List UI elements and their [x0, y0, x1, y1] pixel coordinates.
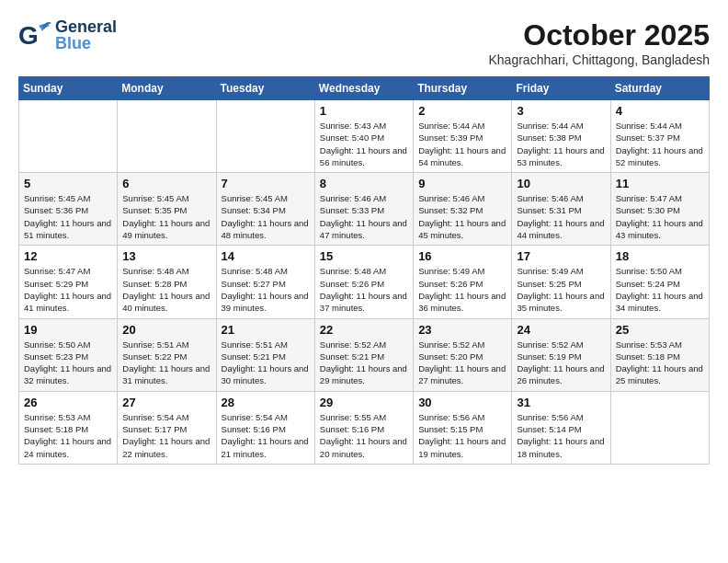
calendar-cell: 5 Sunrise: 5:45 AMSunset: 5:36 PMDayligh… — [19, 173, 118, 246]
day-info: Sunrise: 5:52 AMSunset: 5:21 PMDaylight:… — [320, 339, 408, 387]
day-number: 12 — [24, 249, 112, 263]
calendar-cell: 15 Sunrise: 5:48 AMSunset: 5:26 PMDaylig… — [314, 246, 413, 318]
calendar-cell: 20 Sunrise: 5:51 AMSunset: 5:22 PMDaylig… — [118, 318, 216, 391]
calendar-cell: 17 Sunrise: 5:49 AMSunset: 5:25 PMDaylig… — [512, 246, 610, 318]
header-saturday: Saturday — [610, 77, 709, 100]
day-info: Sunrise: 5:51 AMSunset: 5:21 PMDaylight:… — [222, 339, 310, 387]
day-info: Sunrise: 5:50 AMSunset: 5:24 PMDaylight:… — [616, 265, 704, 314]
calendar-cell: 2 Sunrise: 5:44 AMSunset: 5:39 PMDayligh… — [414, 100, 512, 173]
day-info: Sunrise: 5:49 AMSunset: 5:25 PMDaylight:… — [517, 265, 605, 314]
day-number: 1 — [320, 104, 408, 118]
day-number: 4 — [616, 104, 704, 118]
day-info: Sunrise: 5:51 AMSunset: 5:22 PMDaylight:… — [122, 339, 210, 387]
title-area: October 2025 Khagrachhari, Chittagong, B… — [488, 18, 710, 67]
calendar-cell — [19, 100, 118, 173]
day-info: Sunrise: 5:56 AMSunset: 5:14 PMDaylight:… — [517, 411, 605, 460]
day-info: Sunrise: 5:48 AMSunset: 5:27 PMDaylight:… — [222, 265, 310, 314]
day-info: Sunrise: 5:52 AMSunset: 5:19 PMDaylight:… — [517, 339, 605, 387]
day-number: 31 — [517, 396, 605, 409]
day-info: Sunrise: 5:48 AMSunset: 5:26 PMDaylight:… — [320, 265, 408, 314]
header-monday: Monday — [118, 77, 216, 100]
calendar-cell — [216, 100, 314, 173]
day-number: 7 — [222, 177, 310, 190]
day-info: Sunrise: 5:47 AMSunset: 5:30 PMDaylight:… — [616, 192, 704, 241]
day-number: 21 — [222, 323, 310, 337]
calendar-cell: 14 Sunrise: 5:48 AMSunset: 5:27 PMDaylig… — [216, 246, 314, 318]
day-info: Sunrise: 5:46 AMSunset: 5:32 PMDaylight:… — [418, 192, 506, 241]
day-number: 15 — [320, 249, 408, 263]
day-number: 8 — [320, 177, 408, 190]
calendar-cell: 11 Sunrise: 5:47 AMSunset: 5:30 PMDaylig… — [610, 173, 709, 246]
day-number: 13 — [122, 249, 210, 263]
calendar-cell: 23 Sunrise: 5:52 AMSunset: 5:20 PMDaylig… — [414, 318, 512, 391]
day-number: 20 — [122, 323, 210, 337]
day-number: 14 — [222, 249, 310, 263]
day-number: 10 — [517, 177, 605, 190]
day-info: Sunrise: 5:45 AMSunset: 5:35 PMDaylight:… — [122, 192, 210, 241]
month-title: October 2025 — [488, 18, 710, 52]
day-info: Sunrise: 5:48 AMSunset: 5:28 PMDaylight:… — [122, 265, 210, 314]
header-tuesday: Tuesday — [216, 77, 314, 100]
day-number: 22 — [320, 323, 408, 337]
logo-text-line2: Blue — [55, 35, 117, 52]
calendar-cell: 31 Sunrise: 5:56 AMSunset: 5:14 PMDaylig… — [512, 391, 610, 464]
calendar-cell: 16 Sunrise: 5:49 AMSunset: 5:26 PMDaylig… — [414, 246, 512, 318]
calendar-table: SundayMondayTuesdayWednesdayThursdayFrid… — [18, 76, 710, 465]
calendar-cell: 29 Sunrise: 5:55 AMSunset: 5:16 PMDaylig… — [314, 391, 413, 464]
header-wednesday: Wednesday — [314, 77, 413, 100]
day-number: 29 — [320, 396, 408, 409]
day-number: 23 — [418, 323, 506, 337]
day-number: 27 — [122, 396, 210, 409]
logo: G General Blue — [18, 18, 117, 52]
day-info: Sunrise: 5:45 AMSunset: 5:36 PMDaylight:… — [24, 192, 112, 241]
calendar-cell: 12 Sunrise: 5:47 AMSunset: 5:29 PMDaylig… — [19, 246, 118, 318]
header-friday: Friday — [512, 77, 610, 100]
calendar-cell — [118, 100, 216, 173]
day-info: Sunrise: 5:56 AMSunset: 5:15 PMDaylight:… — [418, 411, 506, 460]
calendar-cell — [610, 391, 709, 464]
calendar-cell: 10 Sunrise: 5:46 AMSunset: 5:31 PMDaylig… — [512, 173, 610, 246]
calendar-week-row: 26 Sunrise: 5:53 AMSunset: 5:18 PMDaylig… — [19, 391, 710, 464]
header-thursday: Thursday — [414, 77, 512, 100]
calendar-cell: 9 Sunrise: 5:46 AMSunset: 5:32 PMDayligh… — [414, 173, 512, 246]
calendar-week-row: 19 Sunrise: 5:50 AMSunset: 5:23 PMDaylig… — [19, 318, 710, 391]
calendar-cell: 25 Sunrise: 5:53 AMSunset: 5:18 PMDaylig… — [610, 318, 709, 391]
day-info: Sunrise: 5:55 AMSunset: 5:16 PMDaylight:… — [320, 411, 408, 460]
day-number: 26 — [24, 396, 112, 409]
day-info: Sunrise: 5:53 AMSunset: 5:18 PMDaylight:… — [24, 411, 112, 460]
calendar-cell: 6 Sunrise: 5:45 AMSunset: 5:35 PMDayligh… — [118, 173, 216, 246]
calendar-cell: 22 Sunrise: 5:52 AMSunset: 5:21 PMDaylig… — [314, 318, 413, 391]
day-number: 28 — [222, 396, 310, 409]
calendar-cell: 30 Sunrise: 5:56 AMSunset: 5:15 PMDaylig… — [414, 391, 512, 464]
day-number: 2 — [418, 104, 506, 118]
day-number: 16 — [418, 249, 506, 263]
calendar-cell: 8 Sunrise: 5:46 AMSunset: 5:33 PMDayligh… — [314, 173, 413, 246]
day-number: 30 — [418, 396, 506, 409]
day-number: 9 — [418, 177, 506, 190]
day-number: 18 — [616, 249, 704, 263]
calendar-cell: 1 Sunrise: 5:43 AMSunset: 5:40 PMDayligh… — [314, 100, 413, 173]
day-number: 5 — [24, 177, 112, 190]
day-number: 24 — [517, 323, 605, 337]
day-info: Sunrise: 5:49 AMSunset: 5:26 PMDaylight:… — [418, 265, 506, 314]
day-info: Sunrise: 5:46 AMSunset: 5:31 PMDaylight:… — [517, 192, 605, 241]
page-header: G General Blue October 2025 Khagrachhari… — [18, 18, 710, 67]
calendar-cell: 24 Sunrise: 5:52 AMSunset: 5:19 PMDaylig… — [512, 318, 610, 391]
day-info: Sunrise: 5:45 AMSunset: 5:34 PMDaylight:… — [222, 192, 310, 241]
day-number: 3 — [517, 104, 605, 118]
day-info: Sunrise: 5:44 AMSunset: 5:37 PMDaylight:… — [616, 120, 704, 168]
calendar-cell: 26 Sunrise: 5:53 AMSunset: 5:18 PMDaylig… — [19, 391, 118, 464]
calendar-cell: 4 Sunrise: 5:44 AMSunset: 5:37 PMDayligh… — [610, 100, 709, 173]
day-info: Sunrise: 5:44 AMSunset: 5:38 PMDaylight:… — [517, 120, 605, 168]
svg-text:G: G — [18, 21, 39, 50]
day-number: 6 — [122, 177, 210, 190]
calendar-cell: 27 Sunrise: 5:54 AMSunset: 5:17 PMDaylig… — [118, 391, 216, 464]
day-info: Sunrise: 5:54 AMSunset: 5:16 PMDaylight:… — [222, 411, 310, 460]
calendar-cell: 19 Sunrise: 5:50 AMSunset: 5:23 PMDaylig… — [19, 318, 118, 391]
calendar-week-row: 1 Sunrise: 5:43 AMSunset: 5:40 PMDayligh… — [19, 100, 710, 173]
calendar-cell: 21 Sunrise: 5:51 AMSunset: 5:21 PMDaylig… — [216, 318, 314, 391]
logo-icon: G — [18, 18, 51, 52]
calendar-header-row: SundayMondayTuesdayWednesdayThursdayFrid… — [19, 77, 710, 100]
day-number: 19 — [24, 323, 112, 337]
calendar-cell: 13 Sunrise: 5:48 AMSunset: 5:28 PMDaylig… — [118, 246, 216, 318]
